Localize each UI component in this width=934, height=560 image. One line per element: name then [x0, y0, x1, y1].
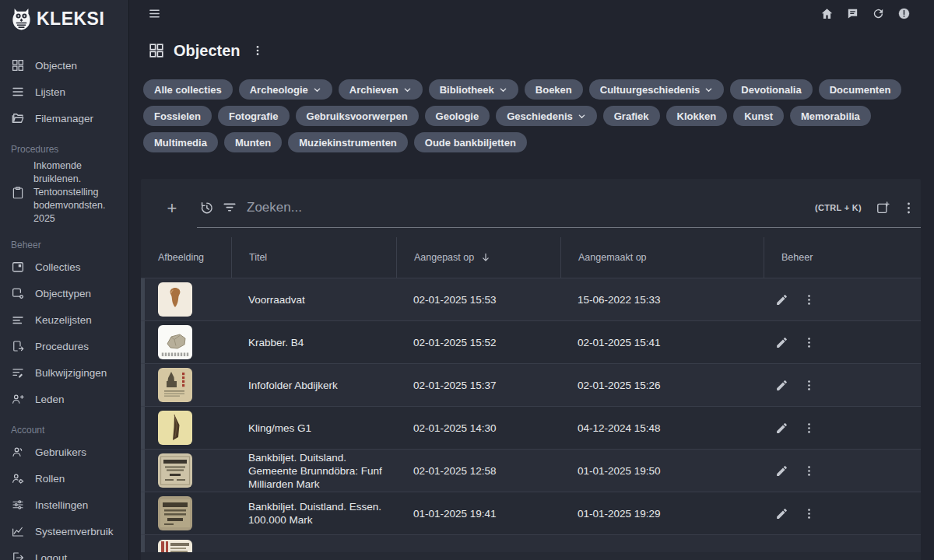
- filter-chip-archeologie[interactable]: Archeologie: [239, 79, 332, 100]
- chip-label: Fotografie: [229, 110, 279, 122]
- filter-chip-oude-bankbiljetten[interactable]: Oude bankbiljetten: [414, 132, 527, 152]
- filter-chip-documenten[interactable]: Documenten: [819, 79, 902, 100]
- chevron-down-icon: [704, 86, 713, 94]
- filter-chip-devotionalia[interactable]: Devotionalia: [730, 79, 812, 100]
- filter-chip-fossielen[interactable]: Fossielen: [143, 106, 212, 126]
- table-row-partial[interactable]: [141, 534, 921, 552]
- sidebar-item-objecttypen[interactable]: Objecttypen: [11, 280, 122, 306]
- filter-chip-alle-collecties[interactable]: Alle collecties: [143, 79, 233, 100]
- filter-chip-munten[interactable]: Munten: [224, 132, 282, 152]
- sidebar-item-instellingen[interactable]: Instellingen: [11, 492, 122, 518]
- sidebar-item-logout[interactable]: Logout: [11, 544, 122, 560]
- add-object-button[interactable]: +: [166, 200, 178, 217]
- table-row[interactable]: Krabber. B4 02-01-2025 15:52 02-01-2025 …: [141, 320, 921, 363]
- row-menu-kebab-icon[interactable]: [802, 507, 816, 520]
- object-thumbnail-folder[interactable]: [158, 368, 192, 402]
- object-thumbnail-banknote[interactable]: [158, 540, 192, 552]
- sidebar-item-procedures[interactable]: Procedures: [11, 333, 122, 359]
- sidebar-item-rollen[interactable]: Rollen: [11, 465, 122, 492]
- filter-chip-muziekinstrumenten[interactable]: Muziekinstrumenten: [288, 132, 408, 152]
- sidebar-item-collecties[interactable]: Collecties: [11, 254, 122, 280]
- edit-pencil-icon[interactable]: [775, 464, 788, 478]
- row-menu-kebab-icon[interactable]: [802, 422, 816, 435]
- sidebar-section-beheer: Beheer: [11, 240, 122, 250]
- sidebar-item-lijsten[interactable]: Lijsten: [11, 79, 122, 105]
- members-icon: [11, 392, 25, 406]
- filter-chip-klokken[interactable]: Klokken: [666, 106, 728, 126]
- chevron-down-icon: [403, 86, 412, 94]
- filter-chip-gebruiksvoorwerpen[interactable]: Gebruiksvoorwerpen: [296, 106, 419, 126]
- table-row[interactable]: Infofolder Abdijkerk 02-01-2025 15:37 02…: [141, 363, 921, 406]
- object-thumbnail-banknote[interactable]: [158, 453, 192, 488]
- sidebar-item-leden[interactable]: Leden: [11, 386, 122, 412]
- procedures-icon: [11, 339, 25, 353]
- row-menu-kebab-icon[interactable]: [802, 379, 816, 392]
- row-menu-kebab-icon[interactable]: [802, 464, 816, 478]
- hamburger-menu-icon[interactable]: [148, 7, 161, 20]
- edit-pencil-icon[interactable]: [775, 422, 788, 435]
- created-date: 01-01-2025 19:29: [560, 508, 764, 520]
- filter-chip-boeken[interactable]: Boeken: [525, 79, 583, 100]
- row-menu-kebab-icon[interactable]: [802, 293, 816, 306]
- edit-pencil-icon[interactable]: [775, 379, 788, 392]
- chat-icon[interactable]: [846, 7, 859, 20]
- table-row[interactable]: Kling/mes G1 02-01-2025 14:30 04-12-2024…: [141, 406, 921, 449]
- beheer-cell: [764, 422, 921, 435]
- object-thumbnail-banknote[interactable]: [158, 496, 192, 530]
- sidebar-item-systeemverbruik[interactable]: Systeemverbruik: [11, 518, 122, 544]
- row-menu-kebab-icon[interactable]: [802, 336, 816, 349]
- sidebar-item-label: Filemanager: [35, 113, 93, 124]
- filter-chip-geologie[interactable]: Geologie: [425, 106, 490, 126]
- chip-label: Alle collecties: [154, 84, 222, 96]
- edit-pencil-icon[interactable]: [775, 507, 788, 520]
- app-logo[interactable]: KLEKSI: [11, 8, 122, 30]
- filter-chip-memorabilia[interactable]: Memorabilia: [790, 106, 871, 126]
- object-thumbnail-blade[interactable]: [158, 411, 192, 445]
- modified-date: 02-01-2025 15:52: [396, 337, 560, 348]
- sidebar-item-bulkwijzigingen[interactable]: Bulkwijzigingen: [11, 359, 122, 386]
- chip-label: Memorabilia: [801, 110, 860, 122]
- search-menu-kebab-icon[interactable]: [901, 201, 916, 215]
- sidebar-item-objecten[interactable]: Objecten: [11, 52, 122, 79]
- table-row[interactable]: Bankbiljet. Duistland. Essen. 100.000 Ma…: [141, 492, 921, 534]
- filter-icon[interactable]: [222, 200, 237, 215]
- filter-chip-fotografie[interactable]: Fotografie: [218, 106, 290, 126]
- edit-pencil-icon[interactable]: [775, 336, 788, 349]
- search-input[interactable]: [245, 199, 807, 216]
- search-history-icon[interactable]: [198, 200, 214, 215]
- sidebar-item-label: Leden: [35, 394, 65, 405]
- filter-chip-multimedia[interactable]: Multimedia: [143, 132, 218, 152]
- users-icon: [11, 445, 25, 459]
- list-icon: [11, 85, 25, 99]
- filter-chip-archieven[interactable]: Archieven: [339, 79, 423, 100]
- sidebar-item-gebruikers[interactable]: Gebruikers: [11, 439, 122, 465]
- sidebar-item-procedure[interactable]: Inkomende bruiklenen. Tentoonstelling bo…: [11, 158, 122, 227]
- column-header-titel[interactable]: Titel: [231, 237, 396, 278]
- chip-label: Documenten: [830, 84, 891, 96]
- column-header-aangepast-op[interactable]: Aangepast op: [396, 237, 560, 278]
- refresh-icon[interactable]: [872, 7, 885, 20]
- edit-pencil-icon[interactable]: [775, 293, 788, 306]
- filter-chip-grafiek[interactable]: Grafiek: [603, 106, 660, 126]
- topbar: [129, 0, 934, 26]
- alert-circle-icon[interactable]: [897, 7, 911, 20]
- filter-chip-bibliotheek[interactable]: Bibliotheek: [429, 79, 518, 100]
- sidebar-item-filemanager[interactable]: Filemanager: [11, 105, 122, 131]
- search-field[interactable]: (CTRL + K): [197, 189, 921, 228]
- column-header-aangemaakt-op[interactable]: Aangemaakt op: [560, 237, 764, 278]
- page-menu-kebab-icon[interactable]: [251, 44, 264, 57]
- sidebar-item-keuzelijsten[interactable]: Keuzelijsten: [11, 306, 122, 333]
- sidebar-item-label: Objecten: [35, 60, 77, 72]
- filter-chip-cultuurgeschiedenis[interactable]: Cultuurgeschiedenis: [589, 79, 725, 100]
- save-search-icon[interactable]: [876, 201, 890, 215]
- home-icon[interactable]: [820, 7, 834, 20]
- filter-chip-kunst[interactable]: Kunst: [733, 106, 784, 126]
- sidebar-item-label: Lijsten: [35, 86, 65, 98]
- beheer-cell: [764, 336, 921, 349]
- object-thumbnail-stone[interactable]: [158, 325, 192, 359]
- afbeelding-cell: [141, 411, 231, 445]
- object-thumbnail-pot[interactable]: [158, 282, 192, 317]
- table-row[interactable]: Bankbiljet. Duitsland. Gemeente Brunndöb…: [141, 449, 921, 492]
- filter-chip-geschiedenis[interactable]: Geschiedenis: [496, 106, 597, 126]
- table-row[interactable]: Voorraadvat 02-01-2025 15:53 15-06-2022 …: [141, 278, 921, 320]
